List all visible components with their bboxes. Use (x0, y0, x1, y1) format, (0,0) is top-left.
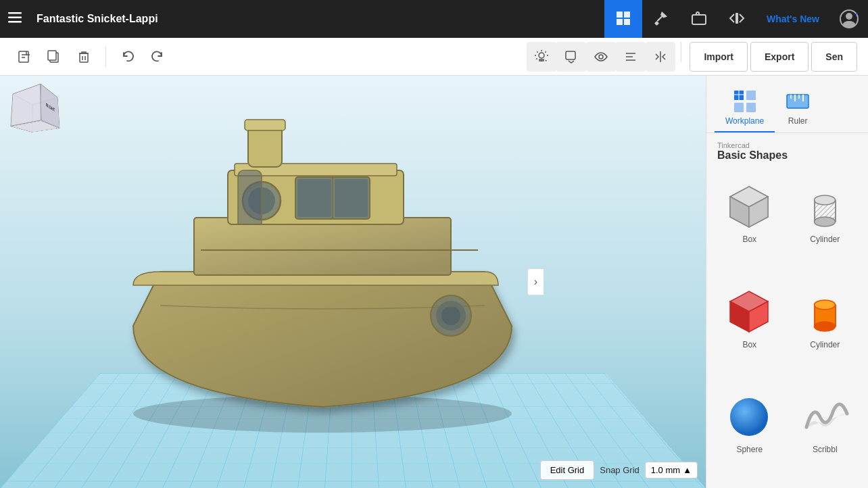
light-tool-btn[interactable] (527, 42, 556, 72)
svg-point-64 (814, 322, 835, 331)
main-area: RIGHT (0, 76, 868, 488)
toolbar-right: Import Export Sen (527, 42, 857, 72)
workplane-tab[interactable]: Workplane (715, 84, 775, 132)
svg-point-55 (814, 195, 835, 205)
svg-rect-22 (194, 218, 451, 275)
orientation-cube[interactable]: RIGHT (14, 89, 57, 133)
viewport[interactable]: RIGHT (0, 76, 706, 488)
nav-icons (604, 0, 756, 38)
svg-text:+: + (854, 11, 858, 18)
shape-box-gray-label: Box (742, 235, 756, 244)
shape-sphere-blue-label: Sphere (736, 445, 763, 454)
svg-rect-7 (654, 21, 659, 26)
svg-point-20 (599, 55, 603, 59)
svg-rect-38 (734, 103, 744, 112)
shape-sphere-blue[interactable]: Sphere (715, 383, 785, 483)
library-brand: Tinkercad (717, 141, 857, 149)
export-btn[interactable]: Export (750, 42, 809, 72)
import-btn[interactable]: Import (690, 42, 748, 72)
svg-rect-40 (746, 103, 756, 112)
snap-chevron-icon: ▲ (683, 465, 692, 475)
svg-rect-6 (624, 19, 630, 25)
svg-rect-17 (80, 53, 88, 62)
top-nav-bar: Fantastic Snicket-Lappi (0, 0, 868, 38)
svg-rect-14 (19, 51, 28, 62)
menu-icon[interactable] (8, 11, 22, 28)
shape-grid: Box (706, 167, 868, 488)
svg-point-56 (814, 217, 835, 226)
view-btn[interactable] (586, 42, 616, 72)
right-sidebar: Workplane Ruler Tinkercad Basic Shapes (706, 76, 868, 488)
project-title: Fantastic Snicket-Lappi (37, 13, 604, 25)
svg-rect-28 (335, 179, 368, 217)
shape-box-red-label: Box (742, 340, 756, 349)
shape-box-gray[interactable]: Box (715, 172, 785, 272)
boat-model (93, 82, 566, 434)
svg-point-35 (441, 306, 460, 325)
shape-scribble[interactable]: Scribbl (790, 383, 861, 483)
shape-cylinder-gray-label: Cylinder (810, 235, 840, 244)
edit-grid-btn[interactable]: Edit Grid (540, 460, 595, 480)
svg-rect-19 (566, 51, 575, 59)
shape-cylinder-gray[interactable]: Cylinder (790, 172, 861, 272)
svg-rect-32 (245, 120, 285, 130)
svg-rect-4 (624, 11, 630, 18)
ruler-tab[interactable]: Ruler (775, 84, 821, 132)
collapse-sidebar-btn[interactable]: › (527, 268, 544, 295)
shape-box-red[interactable]: Box (715, 278, 785, 378)
shape-library-header: Tinkercad Basic Shapes (706, 133, 868, 167)
library-title: Basic Shapes (717, 149, 857, 162)
ruler-tab-label: Ruler (788, 116, 808, 126)
svg-rect-8 (692, 15, 706, 24)
svg-rect-27 (297, 179, 331, 217)
sidebar-tabs: Workplane Ruler (706, 76, 868, 133)
snap-grid-value[interactable]: 1.0 mm ▲ (645, 462, 698, 479)
shape-cylinder-orange-label: Cylinder (810, 340, 840, 349)
shape-cylinder-orange[interactable]: Cylinder (790, 278, 861, 378)
svg-rect-39 (746, 91, 756, 100)
svg-rect-9 (736, 13, 738, 24)
cube-front-face (10, 84, 41, 126)
nav-tinker-btn[interactable] (642, 0, 680, 38)
delete-btn[interactable] (70, 43, 97, 70)
svg-point-18 (539, 53, 544, 58)
user-btn[interactable]: + (830, 0, 868, 38)
svg-rect-16 (48, 51, 56, 60)
svg-point-10 (846, 13, 852, 20)
svg-rect-0 (8, 12, 22, 14)
toolbar: Import Export Sen (0, 38, 868, 76)
whats-new-btn[interactable]: What's New (756, 14, 830, 24)
nav-design-btn[interactable] (604, 0, 642, 38)
svg-rect-43 (787, 95, 809, 108)
nav-export-btn[interactable] (680, 0, 718, 38)
svg-rect-3 (617, 11, 623, 18)
workplane-tab-label: Workplane (725, 116, 764, 126)
annotation-btn[interactable] (556, 42, 586, 72)
mirror-btn[interactable] (646, 42, 675, 72)
nav-code-btn[interactable] (718, 0, 756, 38)
duplicate-btn[interactable] (41, 43, 68, 70)
svg-rect-2 (8, 21, 22, 23)
bottom-controls: Edit Grid Snap Grid 1.0 mm ▲ (540, 460, 698, 480)
svg-point-63 (814, 300, 835, 310)
send-btn[interactable]: Sen (811, 42, 857, 72)
snap-grid-label: Snap Grid (600, 465, 640, 475)
svg-rect-5 (617, 19, 623, 25)
align-btn[interactable] (616, 42, 646, 72)
undo-btn[interactable] (114, 43, 141, 70)
shape-scribble-label: Scribbl (813, 445, 838, 454)
new-btn[interactable] (11, 43, 38, 70)
svg-rect-1 (8, 16, 22, 18)
svg-point-67 (730, 398, 768, 436)
redo-btn[interactable] (144, 43, 171, 70)
